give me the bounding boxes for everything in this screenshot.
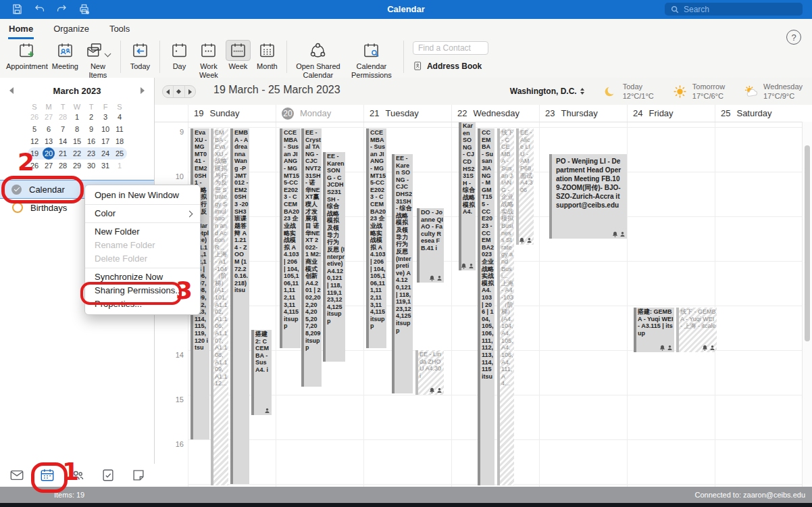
calendar-event[interactable]: CCEMBA - Susan JIANG - MGMT155 - CCE2023… <box>478 128 494 485</box>
context-menu-item-properties[interactable]: Properties... <box>85 297 200 311</box>
mini-calendar-day[interactable]: 8 <box>70 123 84 135</box>
month-view-button[interactable]: Month <box>255 40 280 71</box>
calendar-event[interactable]: DO - Joanne QIAO - Faculty Resea FB.41 i <box>417 208 444 283</box>
notes-module-icon[interactable] <box>131 468 146 483</box>
calendar-event[interactable]: EE - Karen SONG - CJCDHS231SH - 综合战略模拟及领… <box>392 154 413 393</box>
today-button[interactable]: Today <box>128 40 153 71</box>
mini-calendar-day[interactable]: 30 <box>84 160 99 172</box>
mini-calendar-day[interactable]: 6 <box>42 123 56 135</box>
current-week-button[interactable] <box>173 86 184 97</box>
find-contact-input[interactable]: Find a Contact <box>413 41 488 55</box>
mini-calendar-day[interactable]: 2 <box>84 111 99 123</box>
hour-label: 16 <box>170 440 184 448</box>
mini-calendar-day[interactable]: 27 <box>42 160 56 172</box>
calendar-check-icon[interactable] <box>11 185 22 195</box>
calendar-event[interactable]: EE - Alice LIU - AMP68面试 A4.306 <box>516 128 534 245</box>
context-menu-item-synchronize-now[interactable]: Synchronize Now <box>85 270 200 284</box>
mini-calendar-day[interactable]: 9 <box>84 123 99 135</box>
mini-calendar-day[interactable]: 23 <box>84 147 99 160</box>
mini-calendar-day[interactable]: 25 <box>113 147 127 160</box>
calendar-module-icon[interactable] <box>40 468 55 483</box>
mini-calendar-day[interactable]: 31 <box>99 160 113 172</box>
mini-calendar-day[interactable]: 26 <box>28 160 42 172</box>
tab-home[interactable]: Home <box>8 22 34 39</box>
search-input[interactable]: Search <box>665 3 803 16</box>
mini-calendar-day[interactable]: 21 <box>56 147 70 160</box>
day-view-button[interactable]: Day <box>167 40 192 71</box>
tab-organize[interactable]: Organize <box>53 22 90 39</box>
context-menu-item-new-folder[interactable]: New Folder <box>85 225 200 239</box>
next-week-button[interactable] <box>184 86 195 97</box>
calendar-event[interactable]: 搭建2: CCEMBA - Sus A4. i <box>251 330 272 415</box>
mini-calendar-day[interactable]: 13 <box>42 135 56 147</box>
new-items-button[interactable]: New Items <box>82 40 113 79</box>
vertical-scrollbar[interactable] <box>802 122 812 487</box>
mini-calendar-day[interactable]: 16 <box>84 135 99 147</box>
day-header-monday[interactable]: 20Monday <box>276 105 363 122</box>
day-header-tuesday[interactable]: 21Tuesday <box>363 105 451 122</box>
context-menu-item-open-in-new-window[interactable]: Open in New Window <box>85 189 200 202</box>
mini-calendar-day[interactable]: 12 <box>28 135 42 147</box>
mini-calendar-next-icon[interactable] <box>141 87 145 94</box>
calendar-permissions-button[interactable]: Calendar Permissions <box>347 40 397 79</box>
mini-calendar-day[interactable]: 18 <box>113 135 127 147</box>
day-header-wednesday[interactable]: 22Wednesday <box>451 105 539 122</box>
work-week-view-button[interactable]: Work Week <box>196 40 222 79</box>
calendar-event[interactable]: Karen SONG - CJCDHS231SH - 综合战略模拟 A4. <box>459 122 476 270</box>
calendar-event[interactable]: EE - Crystal TANG - CJCNVT231SH - 诺华NEXT… <box>301 128 322 387</box>
day-header-saturday[interactable]: 25Saturday <box>715 105 803 122</box>
mail-module-icon[interactable] <box>9 468 24 483</box>
mini-calendar-day[interactable]: 20 <box>42 147 56 160</box>
items-count: Items: 19 <box>54 491 84 499</box>
birthdays-check-icon[interactable] <box>12 202 23 213</box>
context-menu-item-delete-folder: Delete Folder <box>85 252 200 266</box>
context-menu-item-color[interactable]: Color <box>85 207 200 220</box>
mini-calendar-day[interactable]: 28 <box>56 111 70 123</box>
calendar-event[interactable]: CCEMBA - Susan JIANG - MGMT155-CCE2023 -… <box>366 128 386 348</box>
calendar-event[interactable]: 线下 - GEMBA - Yuqi WEI - 上海 - itcale <box>676 308 717 352</box>
mini-calendar-day[interactable]: 1 <box>70 111 84 123</box>
day-header-friday[interactable]: 24Friday <box>627 105 715 122</box>
open-shared-calendar-button[interactable]: Open Shared Calendar <box>294 40 342 79</box>
tasks-module-icon[interactable] <box>101 468 116 483</box>
context-menu-item-sharing-permissions[interactable]: Sharing Permissions... <box>85 284 200 297</box>
mini-calendar-day[interactable]: 28 <box>56 160 70 172</box>
mini-calendar-day[interactable]: 29 <box>70 160 84 172</box>
mini-calendar-day[interactable]: 4 <box>113 111 127 123</box>
day-header-thursday[interactable]: 23Thursday <box>539 105 627 122</box>
mini-calendar-day[interactable]: 3 <box>99 111 113 123</box>
calendar-event[interactable]: EMBA - Eva XU - 战略模拟与行为反思 Strategy Simul… <box>211 128 228 485</box>
calendar-event[interactable]: PO - Wenjing LI - Department Head Operat… <box>549 154 627 239</box>
scrollbar-thumb[interactable] <box>805 145 810 341</box>
weather-location[interactable]: Washington, D.C. <box>510 87 584 96</box>
appointment-button[interactable]: Appointment <box>6 40 48 71</box>
mini-calendar-day[interactable]: 22 <box>70 147 84 160</box>
mini-calendar-day[interactable]: 5 <box>28 123 42 135</box>
week-view-button[interactable]: Week <box>226 40 251 71</box>
mini-calendar-day[interactable]: 14 <box>56 135 70 147</box>
search-icon <box>671 5 679 14</box>
mini-calendar-day[interactable]: 26 <box>28 111 42 123</box>
mini-calendar-day[interactable]: 11 <box>113 123 127 135</box>
mini-calendar-day[interactable]: 19 <box>28 147 42 160</box>
calendar-event[interactable]: EE - Linda ZHOU A4.30 i <box>415 350 444 395</box>
tab-tools[interactable]: Tools <box>109 22 130 39</box>
mini-calendar-day[interactable]: 1 <box>113 160 127 172</box>
calendar-event[interactable]: CCEMBA - Susan JIANG - MGMT155-CCE2023 -… <box>280 128 301 348</box>
mini-calendar-day[interactable]: 7 <box>56 123 70 135</box>
calendar-event[interactable]: 线下 - CCEMBA - Susan JIANG - 企业战略实战模拟 Bus… <box>497 128 514 485</box>
calendar-event[interactable]: 搭建: GEMBA - Yuqi WEI - A3.115 | itsup <box>634 308 674 352</box>
mini-calendar-day[interactable]: 17 <box>99 135 113 147</box>
meeting-button[interactable]: Meeting <box>52 40 78 71</box>
address-book-button[interactable]: Address Book <box>413 61 488 71</box>
calendar-event[interactable]: EMBA - Adreanna Wang -PJMT012 - EM20SH3 … <box>230 128 249 484</box>
mini-calendar-day[interactable]: 24 <box>99 147 113 160</box>
prev-week-button[interactable] <box>163 86 173 97</box>
mini-calendar-day[interactable]: 10 <box>99 123 113 135</box>
day-header-sunday[interactable]: 19Sunday <box>188 105 276 122</box>
calendar-event[interactable]: EE - Karen SONG - CJCDHS231SH - 综合战略模拟及领… <box>323 152 345 362</box>
mini-calendar-day[interactable]: 15 <box>70 135 84 147</box>
help-button[interactable]: ? <box>786 30 801 45</box>
mini-calendar-day[interactable]: 27 <box>42 111 56 123</box>
people-module-icon[interactable] <box>70 468 85 483</box>
